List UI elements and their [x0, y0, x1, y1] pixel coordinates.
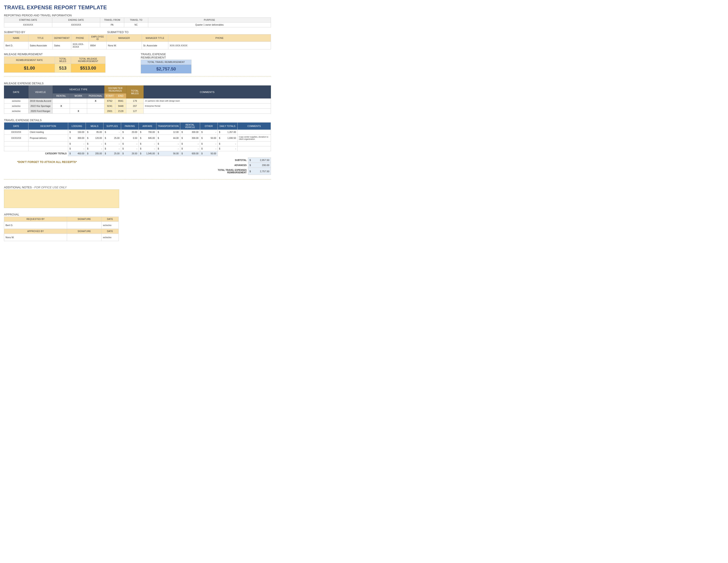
td-date[interactable]: XX/XX/XX: [4, 130, 28, 135]
val-purpose[interactable]: Quarter 1 owner deliverables: [148, 23, 271, 27]
td-supplies[interactable]: $-: [103, 141, 121, 146]
td-rental[interactable]: $-: [180, 146, 200, 151]
td-transport[interactable]: $-: [156, 141, 180, 146]
hdr-req: REQUESTED BY: [4, 217, 67, 222]
td-airfare[interactable]: $-: [139, 141, 156, 146]
md-date[interactable]: xx/xx/xx: [4, 98, 28, 103]
td-other[interactable]: $-: [200, 141, 218, 146]
app-date[interactable]: xx/xx/xx: [101, 234, 119, 241]
td-meals[interactable]: $-: [86, 146, 103, 151]
travel-reimb-heading: TRAVEL EXPENSE REIMBURSEMENT: [141, 53, 191, 59]
md-end[interactable]: 8941: [115, 98, 126, 103]
td-other[interactable]: $50.00: [200, 135, 218, 141]
td-lodging[interactable]: $300.00: [68, 135, 86, 141]
md-start[interactable]: 8762: [104, 98, 115, 103]
val-mtitle[interactable]: Sr. Associate: [142, 42, 168, 49]
md-start[interactable]: 2001: [104, 109, 115, 114]
hdr-md-work: WORK: [70, 93, 87, 98]
req-name[interactable]: Bert D.: [4, 222, 67, 229]
md-rental[interactable]: [53, 98, 70, 103]
td-parking[interactable]: $-: [121, 141, 139, 146]
md-rental[interactable]: [53, 109, 70, 114]
td-date[interactable]: XX/XX/XX: [4, 135, 28, 141]
md-comments[interactable]: JV partners ride share with design team: [144, 98, 271, 103]
hdr-td-other: OTHER: [200, 122, 218, 130]
td-lodging[interactable]: $150.00: [68, 130, 86, 135]
md-personal[interactable]: X: [87, 98, 104, 103]
md-date[interactable]: xx/xx/xx: [4, 109, 28, 114]
td-desc[interactable]: [28, 146, 68, 151]
val-mphone[interactable]: XXX-XXX-XXXX: [168, 42, 271, 49]
val-from[interactable]: PA: [100, 23, 124, 27]
hdr-mphone: PHONE: [168, 34, 271, 42]
td-airfare[interactable]: $845.00: [139, 135, 156, 141]
val-name[interactable]: Bert D.: [4, 42, 28, 49]
val-rate: $1.00: [4, 64, 55, 73]
val-title[interactable]: Sales Associate: [28, 42, 53, 49]
td-daily: $-: [218, 141, 237, 146]
md-start[interactable]: 9241: [104, 103, 115, 109]
td-comments[interactable]: [237, 146, 271, 151]
td-date[interactable]: [4, 146, 28, 151]
td-supplies[interactable]: $-: [103, 130, 121, 135]
td-transport[interactable]: $-: [156, 146, 180, 151]
td-desc[interactable]: [28, 141, 68, 146]
td-date[interactable]: [4, 141, 28, 146]
req-sig[interactable]: [67, 222, 101, 229]
td-airfare[interactable]: $-: [139, 146, 156, 151]
notes-box[interactable]: [4, 189, 119, 208]
md-vehicle[interactable]: 2020 Ford Ranger: [28, 109, 53, 114]
md-rental[interactable]: X: [53, 103, 70, 109]
md-end[interactable]: 9448: [115, 103, 126, 109]
td-meals[interactable]: $-: [86, 141, 103, 146]
md-work[interactable]: [70, 98, 87, 103]
val-start[interactable]: XX/XX/XX: [4, 23, 52, 27]
val-emp[interactable]: 8954: [89, 42, 106, 49]
hdr-td-airfare: AIRFARE: [139, 122, 156, 130]
md-end[interactable]: 2128: [115, 109, 126, 114]
val-end[interactable]: XX/XX/XX: [52, 23, 100, 27]
td-supplies[interactable]: $-: [103, 146, 121, 151]
md-vehicle[interactable]: 2022 Kia Sportage: [28, 103, 53, 109]
md-vehicle[interactable]: 2019 Honda Accord: [28, 98, 53, 103]
md-comments[interactable]: [144, 109, 271, 114]
td-rental[interactable]: $300.00: [180, 135, 200, 141]
td-comments[interactable]: [237, 130, 271, 135]
val-phone[interactable]: XXX-XXX-XXXX: [71, 42, 89, 49]
td-desc[interactable]: Client meeting: [28, 130, 68, 135]
hdr-app: APPROVED BY: [4, 229, 67, 234]
td-supplies[interactable]: $25.00: [103, 135, 121, 141]
td-comments[interactable]: Copy center supplies, donation to client…: [237, 135, 271, 141]
val-dept[interactable]: Sales: [53, 42, 71, 49]
td-comments[interactable]: [237, 141, 271, 146]
mileage-detail-heading: MILEAGE EXPENSE DETAILS: [4, 82, 271, 85]
td-desc[interactable]: Proposal delivery: [28, 135, 68, 141]
td-lodging[interactable]: $-: [68, 146, 86, 151]
td-parking[interactable]: $6.50: [121, 135, 139, 141]
td-other[interactable]: $-: [200, 146, 218, 151]
td-airfare[interactable]: $700.00: [139, 130, 156, 135]
md-personal[interactable]: [87, 109, 104, 114]
td-rental[interactable]: $300.00: [180, 130, 200, 135]
td-meals[interactable]: $85.00: [86, 130, 103, 135]
md-work[interactable]: X: [70, 109, 87, 114]
md-comments[interactable]: Enterprise Rental: [144, 103, 271, 109]
td-parking[interactable]: $20.00: [121, 130, 139, 135]
req-date[interactable]: xx/xx/xx: [101, 222, 119, 229]
md-date[interactable]: xx/xx/xx: [4, 103, 28, 109]
td-transport[interactable]: $12.00: [156, 130, 180, 135]
val-mgr[interactable]: Nora W.: [106, 42, 142, 49]
app-sig[interactable]: [67, 234, 101, 241]
td-other[interactable]: $-: [200, 130, 218, 135]
md-personal[interactable]: [87, 103, 104, 109]
hdr-from: TRAVEL FROM: [100, 18, 124, 23]
td-parking[interactable]: $-: [121, 146, 139, 151]
td-lodging[interactable]: $-: [68, 141, 86, 146]
hdr-md-vehicle: VEHICLE: [28, 86, 53, 98]
td-rental[interactable]: $-: [180, 141, 200, 146]
app-name[interactable]: Nora W.: [4, 234, 67, 241]
md-work[interactable]: [70, 103, 87, 109]
val-to[interactable]: NC: [124, 23, 148, 27]
td-meals[interactable]: $120.00: [86, 135, 103, 141]
td-transport[interactable]: $44.00: [156, 135, 180, 141]
